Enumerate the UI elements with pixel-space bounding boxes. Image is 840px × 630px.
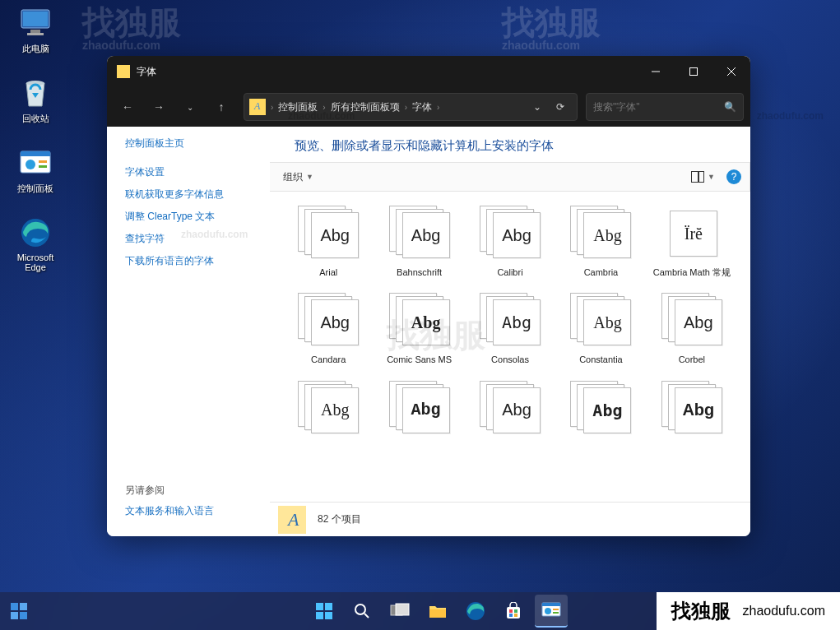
svg-point-7	[26, 160, 35, 169]
sidebar-link-font-settings[interactable]: 字体设置	[125, 165, 270, 179]
svg-point-36	[545, 608, 551, 614]
titlebar[interactable]: 字体	[107, 56, 750, 87]
font-item[interactable]: AbgConstantia	[557, 287, 644, 374]
font-item[interactable]: Abg	[375, 375, 462, 451]
watermark: 找独服zhaodufu.com	[502, 0, 601, 52]
svg-rect-29	[507, 607, 520, 618]
desktop-icon-recycle-bin[interactable]: 回收站	[7, 76, 64, 125]
font-name-label: Corbel	[679, 354, 705, 365]
close-button[interactable]	[712, 56, 750, 87]
font-grid[interactable]: AbgArialAbgBahnschriftAbgCalibriAbgCambr…	[270, 195, 750, 502]
control-panel-taskbar-button[interactable]	[535, 595, 568, 628]
svg-rect-9	[39, 165, 47, 168]
organize-button[interactable]: 组织▼	[278, 167, 318, 188]
font-sample: Abg	[502, 313, 531, 332]
font-item[interactable]: AbgArial	[285, 200, 372, 287]
svg-rect-19	[316, 603, 323, 610]
font-item[interactable]: Abg	[648, 375, 736, 451]
sidebar-link-download-langs[interactable]: 下载所有语言的字体	[125, 254, 270, 268]
font-item[interactable]: ÏrĕCambria Math 常规	[648, 200, 736, 287]
search-button[interactable]	[346, 595, 378, 628]
breadcrumb[interactable]: 所有控制面板项	[326, 100, 405, 114]
svg-point-23	[355, 605, 365, 614]
font-sample: Abg	[682, 401, 714, 419]
desktop-icon-label: 控制面板	[17, 183, 53, 195]
sidebar-link-find-char[interactable]: 查找字符	[125, 232, 270, 246]
navigation-row: ← → ⌄ ↑ › 控制面板 › 所有控制面板项 › 字体 › ⌄ ⟳ 🔍	[107, 87, 750, 127]
sidebar-link-get-fonts-online[interactable]: 联机获取更多字体信息	[125, 188, 270, 202]
font-item[interactable]: AbgCalibri	[466, 200, 554, 287]
minimize-button[interactable]	[637, 56, 675, 87]
desktop-icon-control-panel[interactable]: 控制面板	[7, 146, 64, 195]
font-sample: Abg	[321, 401, 349, 419]
chevron-down-icon: ▼	[306, 173, 313, 181]
forward-button[interactable]: →	[145, 93, 173, 121]
view-button[interactable]: ▼	[686, 168, 720, 186]
breadcrumb[interactable]: 控制面板	[273, 100, 323, 114]
widgets-button[interactable]	[2, 595, 35, 628]
font-item[interactable]: AbgBahnschrift	[375, 200, 462, 287]
svg-rect-20	[325, 603, 332, 610]
status-bar: 82 个项目	[270, 502, 750, 536]
control-panel-icon	[19, 146, 52, 179]
desktop-icon-this-pc[interactable]: 此电脑	[7, 7, 64, 55]
store-icon	[504, 602, 522, 620]
font-sample: Abg	[320, 313, 350, 332]
desktop-icon-edge[interactable]: Microsoft Edge	[7, 216, 64, 272]
watermark: zhaodufu.com	[757, 110, 824, 122]
watermark: 找独服zhaodufu.com	[82, 0, 181, 52]
store-button[interactable]	[497, 595, 530, 628]
explorer-button[interactable]	[421, 595, 454, 628]
font-item[interactable]: Abg	[557, 375, 644, 451]
edge-button[interactable]	[459, 595, 492, 628]
help-button[interactable]: ?	[726, 169, 741, 184]
font-sample: Abg	[592, 401, 622, 420]
chevron-right-icon[interactable]: ›	[437, 103, 439, 112]
font-item[interactable]: AbgCandara	[285, 287, 372, 374]
svg-rect-37	[553, 609, 559, 610]
font-item[interactable]: Abg	[285, 375, 372, 451]
back-button[interactable]: ←	[114, 93, 142, 121]
search-icon	[353, 602, 371, 620]
breadcrumb[interactable]: 字体	[407, 100, 437, 114]
font-item[interactable]: AbgCorbel	[648, 287, 736, 374]
start-button[interactable]	[308, 595, 341, 628]
edge-icon	[19, 216, 52, 249]
font-item[interactable]: Abg	[466, 375, 554, 451]
up-button[interactable]: ↑	[207, 93, 235, 121]
sidebar: 控制面板主页 字体设置 联机获取更多字体信息 调整 ClearType 文本 查…	[107, 127, 270, 536]
svg-rect-26	[396, 604, 409, 615]
recycle-bin-icon	[19, 76, 52, 109]
font-sample: Abg	[502, 401, 531, 419]
address-dropdown[interactable]: ⌄	[526, 95, 549, 118]
svg-rect-18	[20, 612, 27, 619]
search-icon[interactable]: 🔍	[724, 101, 736, 113]
font-name-label: Comic Sans MS	[387, 354, 452, 365]
svg-rect-1	[23, 12, 48, 26]
sidebar-link-text-services[interactable]: 文本服务和输入语言	[125, 504, 270, 518]
address-bar[interactable]: › 控制面板 › 所有控制面板项 › 字体 › ⌄ ⟳	[244, 93, 578, 121]
folder-icon	[428, 603, 448, 619]
refresh-button[interactable]: ⟳	[549, 95, 572, 118]
font-sample: Abg	[684, 313, 713, 332]
font-item[interactable]: AbgConsolas	[466, 287, 554, 374]
search-input[interactable]	[593, 101, 724, 113]
font-item[interactable]: AbgCambria	[557, 200, 644, 287]
font-sample: Ïrĕ	[685, 225, 703, 243]
task-view-button[interactable]	[383, 595, 416, 628]
control-panel-home-link[interactable]: 控制面板主页	[125, 137, 270, 151]
svg-rect-17	[11, 612, 18, 619]
font-sample: Abg	[593, 313, 621, 332]
windows-icon	[314, 601, 334, 621]
font-item[interactable]: AbgComic Sans MS	[375, 287, 462, 374]
main-content: 预览、删除或者显示和隐藏计算机上安装的字体 组织▼ ▼ ? AbgArialAb…	[270, 127, 750, 536]
recent-dropdown[interactable]: ⌄	[176, 93, 204, 121]
sidebar-link-cleartype[interactable]: 调整 ClearType 文本	[125, 210, 270, 224]
svg-rect-2	[30, 30, 40, 33]
search-box[interactable]: 🔍	[586, 93, 744, 121]
font-sample: Abg	[320, 226, 350, 245]
font-sample: Abg	[411, 313, 441, 332]
widgets-icon	[10, 602, 28, 620]
svg-rect-15	[11, 603, 18, 610]
maximize-button[interactable]	[675, 56, 712, 87]
